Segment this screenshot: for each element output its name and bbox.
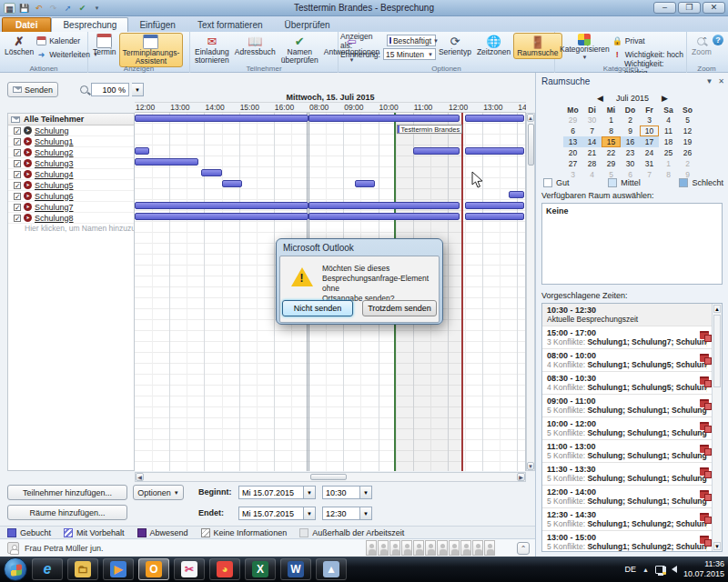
- add-attendees-button[interactable]: Teilnehmer hinzufügen...: [7, 485, 127, 500]
- suggested-time-item[interactable]: 11:00 - 13:005 Konflikte: Schulung; Schu…: [542, 440, 722, 463]
- calendar-day[interactable]: 5: [678, 115, 697, 125]
- scroll-left-icon[interactable]: ◀: [136, 473, 144, 481]
- end-time-field[interactable]: 12:30: [322, 507, 360, 520]
- calendar-day[interactable]: 2: [621, 115, 640, 125]
- language-indicator[interactable]: DE: [625, 565, 637, 574]
- calendar-day[interactable]: 9: [621, 125, 640, 136]
- calendar-day[interactable]: 30: [621, 158, 640, 169]
- suggested-time-item[interactable]: 13:00 - 15:005 Konflikte: Schulung1; Sch…: [542, 531, 722, 552]
- attendee-name[interactable]: Schulung: [35, 126, 69, 135]
- calendar-day[interactable]: 28: [582, 158, 602, 169]
- calendar-day[interactable]: 7: [582, 125, 602, 136]
- start-button[interactable]: [4, 557, 27, 581]
- attendee-checkbox[interactable]: ✓: [14, 171, 21, 178]
- termin-button[interactable]: Termin: [90, 33, 119, 57]
- attendee-checkbox[interactable]: ✓: [14, 193, 21, 200]
- room-listbox[interactable]: Keine: [541, 203, 723, 285]
- clock[interactable]: 11:36 10.07.2015: [683, 559, 724, 579]
- scroll-up-icon[interactable]: ▲: [527, 114, 534, 122]
- privat-button[interactable]: 🔒 Privat: [612, 35, 684, 46]
- grid-zoom-value[interactable]: 100 %: [91, 83, 129, 96]
- einladung-stornieren-button[interactable]: ✉ Einladung stornieren: [192, 33, 232, 65]
- end-time-dropdown[interactable]: ▼: [360, 507, 372, 520]
- tab-ueberpruefen[interactable]: Überprüfen: [274, 18, 341, 32]
- show-as-dropdown[interactable]: Beschäftigt▼: [387, 35, 436, 46]
- tab-einfuegen[interactable]: Einfügen: [128, 18, 186, 32]
- attendee-name[interactable]: Schulung5: [35, 181, 74, 190]
- calendar-day[interactable]: 2: [678, 158, 697, 169]
- attendee-name[interactable]: Schulung6: [35, 192, 74, 201]
- taskbar-item-chrome[interactable]: ◕: [209, 558, 240, 580]
- calendar-day[interactable]: 23: [621, 147, 640, 158]
- send-anyway-button[interactable]: Trotzdem senden: [362, 300, 437, 316]
- start-date-field[interactable]: Mi 15.07.2015: [238, 486, 304, 499]
- calendar-day[interactable]: 26: [678, 147, 697, 158]
- contact-avatar[interactable]: [425, 540, 436, 556]
- contact-avatar[interactable]: [366, 540, 377, 556]
- calendar-day[interactable]: 30: [582, 115, 602, 125]
- calendar-day[interactable]: 11: [659, 125, 678, 136]
- attendee-checkbox[interactable]: ✓: [14, 204, 21, 211]
- attendee-checkbox[interactable]: ✓: [14, 160, 21, 167]
- calendar-day[interactable]: 8: [602, 125, 621, 136]
- help-icon[interactable]: ?: [713, 35, 723, 45]
- contact-avatar[interactable]: [378, 540, 389, 556]
- send-button[interactable]: Senden: [7, 82, 58, 97]
- end-date-field[interactable]: Mi 15.07.2015: [238, 507, 304, 520]
- reminder-dropdown[interactable]: 15 Minuten▼: [383, 48, 436, 60]
- contact-avatar[interactable]: [460, 540, 471, 556]
- options-button[interactable]: Optionen▼: [133, 485, 184, 500]
- panel-menu-icon[interactable]: ▼: [705, 77, 713, 85]
- suggested-time-item[interactable]: 08:00 - 10:004 Konflikte: Schulung1; Sch…: [542, 349, 722, 372]
- next-month-icon[interactable]: ▶: [662, 94, 668, 103]
- attendee-checkbox[interactable]: ✓: [14, 182, 21, 189]
- contact-avatar[interactable]: [472, 540, 483, 556]
- calendar-day[interactable]: 4: [659, 115, 678, 125]
- calendar-day[interactable]: 25: [659, 147, 678, 158]
- calendar-day[interactable]: 3: [640, 115, 659, 125]
- taskbar-item-internet-explorer[interactable]: e: [32, 558, 63, 580]
- taskbar-item-photo-viewer[interactable]: ▲: [316, 558, 347, 580]
- calendar-day[interactable]: 21: [582, 147, 602, 158]
- people-pane-collapse-icon[interactable]: ⌃: [517, 542, 530, 555]
- attendee-name[interactable]: Schulung2: [35, 148, 74, 157]
- taskbar-item-word[interactable]: W: [280, 558, 311, 580]
- namen-ueberpruefen-button[interactable]: ✔ Namen überprüfen: [278, 33, 321, 65]
- attendee-name[interactable]: Schulung8: [35, 214, 74, 223]
- tab-datei[interactable]: Datei: [2, 17, 51, 32]
- calendar-day[interactable]: 12: [678, 125, 697, 136]
- zeitzonen-button[interactable]: 🌐 Zeitzonen: [474, 33, 513, 57]
- calendar-day[interactable]: 20: [563, 147, 582, 158]
- calendar-day[interactable]: 17: [640, 136, 659, 147]
- contact-avatar[interactable]: [484, 540, 495, 556]
- add-attendee-hint[interactable]: Hier klicken, um Namen hinzuzufü: [8, 224, 134, 235]
- suggested-time-item[interactable]: 12:30 - 14:305 Konflikte: Schulung1; Sch…: [542, 508, 722, 531]
- calendar-day[interactable]: 18: [659, 136, 678, 147]
- contact-avatar[interactable]: [389, 540, 400, 556]
- attendee-checkbox[interactable]: ✓: [14, 149, 21, 156]
- calendar-day[interactable]: 29: [563, 115, 582, 125]
- start-time-dropdown[interactable]: ▼: [360, 486, 372, 499]
- grid-horizontal-scrollbar[interactable]: ◀ ▶: [135, 472, 526, 482]
- contact-avatar[interactable]: [437, 540, 448, 556]
- taskbar-item-windows-explorer[interactable]: 🗀: [67, 558, 98, 580]
- calendar-day[interactable]: 24: [640, 147, 659, 158]
- calendar-day[interactable]: 19: [678, 136, 697, 147]
- attendee-checkbox[interactable]: ✓: [14, 127, 21, 135]
- scroll-right-icon[interactable]: ▶: [517, 473, 525, 481]
- terminplanungs-assistent-button[interactable]: Terminplanungs- Assistent: [119, 33, 184, 67]
- contact-avatar[interactable]: [401, 540, 412, 556]
- start-time-field[interactable]: 10:30: [322, 486, 360, 499]
- suggested-time-item[interactable]: 12:00 - 14:005 Konflikte: Schulung; Schu…: [542, 486, 722, 508]
- calendar-day[interactable]: 16: [621, 136, 640, 147]
- suggested-times-scrollbar[interactable]: ▲ ▼: [712, 304, 722, 551]
- start-date-dropdown[interactable]: ▼: [304, 486, 316, 499]
- grid-vertical-scrollbar[interactable]: ▲ ▼: [526, 113, 535, 471]
- serientyp-button[interactable]: ⟳ Serientyp: [436, 33, 474, 57]
- attendee-name[interactable]: Schulung3: [35, 159, 74, 168]
- panel-close-icon[interactable]: ✕: [718, 77, 724, 85]
- end-date-dropdown[interactable]: ▼: [304, 507, 316, 520]
- taskbar-item-snipping-tool[interactable]: ✂: [174, 558, 205, 580]
- calendar-day[interactable]: 31: [640, 158, 659, 169]
- attendee-checkbox[interactable]: ✓: [14, 138, 21, 146]
